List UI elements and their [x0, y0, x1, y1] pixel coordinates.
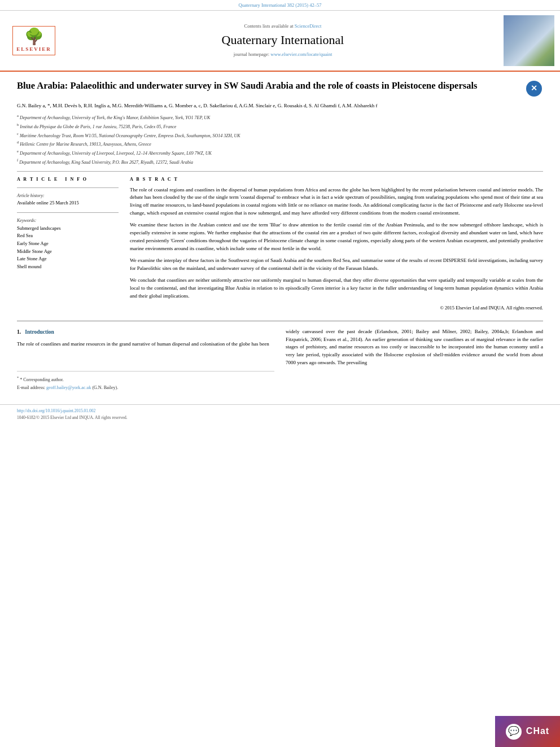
- intro-columns: 1. Introduction The role of coastlines a…: [17, 328, 543, 393]
- journal-title: Quaternary International: [222, 32, 344, 49]
- section-title-text: Introduction: [25, 329, 54, 335]
- intro-column-left: 1. Introduction The role of coastlines a…: [17, 328, 274, 393]
- keyword-4: Middle Stone Age: [17, 248, 119, 256]
- abstract-para-1: The role of coastal regions and coastlin…: [130, 186, 543, 218]
- journal-reference: Quaternary International 382 (2015) 42–5…: [239, 2, 322, 8]
- journal-cover-thumbnail: [504, 15, 554, 66]
- main-content: Blue Arabia: Palaeolithic and underwater…: [0, 72, 560, 399]
- journal-header-center: Contents lists available at ScienceDirec…: [68, 15, 498, 66]
- divider-1: [17, 171, 543, 172]
- abstract-label: A B S T R A C T: [130, 176, 543, 182]
- email-link[interactable]: geoff.bailey@york.ac.uk: [46, 385, 91, 390]
- keywords-label: Keywords:: [17, 217, 119, 224]
- abstract-para-3: We examine the interplay of these factor…: [130, 257, 543, 273]
- journal-header: 🌳 ELSEVIER Contents lists available at S…: [0, 11, 560, 72]
- authors-text: G.N. Bailey a, *, M.H. Devès b, R.H. Ing…: [17, 103, 378, 108]
- crossmark-badge[interactable]: ✕: [526, 81, 543, 98]
- keywords-section: Keywords: Submerged landscapes Red Sea E…: [17, 217, 119, 271]
- chat-bubble-icon: 💬: [508, 725, 519, 737]
- intro-col2-text: widely canvassed over the past decade (E…: [286, 328, 543, 368]
- affiliation-e: e Department of Archaeology, University …: [17, 148, 543, 157]
- affiliations: a Department of Archaeology, University …: [17, 113, 543, 165]
- science-direct-anchor[interactable]: ScienceDirect: [295, 23, 322, 29]
- journal-homepage: journal homepage: www.elsevier.com/locat…: [234, 51, 333, 58]
- elsevier-logo: 🌳 ELSEVIER: [6, 15, 62, 66]
- keywords-list: Submerged landscapes Red Sea Early Stone…: [17, 225, 119, 271]
- keyword-6: Shell mound: [17, 263, 119, 271]
- affiliation-a: a Department of Archaeology, University …: [17, 113, 543, 121]
- article-info-column: A R T I C L E I N F O Article history: A…: [17, 176, 119, 311]
- footnotes: * * Corresponding author. E-mail address…: [17, 371, 274, 391]
- journal-reference-bar: Quaternary International 382 (2015) 42–5…: [0, 0, 560, 11]
- introduction-section: 1. Introduction The role of coastlines a…: [17, 321, 543, 393]
- crossmark-icon: ✕: [526, 81, 542, 97]
- abstract-column: A B S T R A C T The role of coastal regi…: [130, 176, 543, 311]
- doi-link[interactable]: http://dx.doi.org/10.1016/j.quaint.2015.…: [17, 408, 95, 413]
- article-info-label: A R T I C L E I N F O: [17, 176, 119, 182]
- homepage-link[interactable]: www.elsevier.com/locate/quaint: [270, 51, 332, 57]
- affiliation-c: c Maritime Archaeology Trust, Room W1/35…: [17, 131, 543, 139]
- divider-kw: [17, 212, 119, 213]
- corresponding-author-note: * * Corresponding author.: [17, 375, 274, 383]
- article-body: A R T I C L E I N F O Article history: A…: [17, 176, 543, 311]
- divider-info: [17, 187, 119, 188]
- doi-line: http://dx.doi.org/10.1016/j.quaint.2015.…: [17, 408, 543, 414]
- science-direct-link: Contents lists available at ScienceDirec…: [244, 23, 322, 30]
- authors-line: G.N. Bailey a, *, M.H. Devès b, R.H. Ing…: [17, 102, 543, 110]
- elsevier-brand-text: ELSEVIER: [16, 46, 51, 53]
- issn-line: 1040-6182/© 2015 Elsevier Ltd and INQUA.…: [17, 415, 543, 421]
- section-number: 1.: [17, 329, 21, 335]
- keyword-1: Submerged landscapes: [17, 225, 119, 233]
- article-title-container: Blue Arabia: Palaeolithic and underwater…: [17, 80, 543, 98]
- elsevier-box: 🌳 ELSEVIER: [12, 26, 55, 56]
- elsevier-tree-icon: 🌳: [16, 29, 51, 45]
- chat-icon: 💬: [506, 724, 522, 740]
- affiliation-b: b Institut du Physique du Globe de Paris…: [17, 122, 543, 130]
- affiliation-f: f Department of Archaeology, King Saud U…: [17, 158, 543, 166]
- article-title-text: Blue Arabia: Palaeolithic and underwater…: [17, 80, 522, 91]
- section-title: 1. Introduction: [17, 328, 274, 337]
- cover-image: [504, 15, 554, 66]
- abstract-para-2: We examine these factors in the Arabian …: [130, 221, 543, 253]
- abstract-copyright: © 2015 Elsevier Ltd and INQUA. All right…: [130, 305, 543, 312]
- keyword-5: Late Stone Age: [17, 255, 119, 263]
- keyword-3: Early Stone Age: [17, 240, 119, 248]
- abstract-para-4: We conclude that coastlines are neither …: [130, 277, 543, 300]
- keyword-2: Red Sea: [17, 232, 119, 240]
- intro-col1-text: The role of coastlines and marine resour…: [17, 340, 274, 348]
- article-history-section: A R T I C L E I N F O Article history: A…: [17, 176, 119, 206]
- affiliation-d: d Hellenic Centre for Marine Research, 1…: [17, 139, 543, 148]
- chat-label: CHat: [526, 725, 549, 737]
- available-online: Available online 25 March 2015: [17, 200, 119, 207]
- intro-column-right: widely canvassed over the past decade (E…: [286, 328, 543, 393]
- bottom-bar: http://dx.doi.org/10.1016/j.quaint.2015.…: [0, 404, 560, 425]
- chat-widget[interactable]: 💬 CHat: [495, 716, 560, 747]
- email-note: E-mail address: geoff.bailey@york.ac.uk …: [17, 385, 274, 391]
- article-history-label: Article history:: [17, 193, 119, 199]
- abstract-text: The role of coastal regions and coastlin…: [130, 186, 543, 300]
